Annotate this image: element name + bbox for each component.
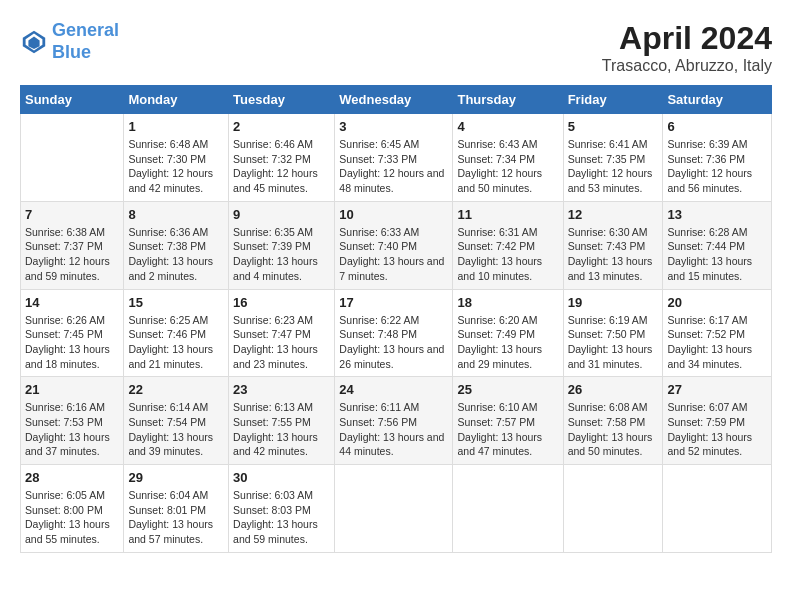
day-info: Sunrise: 6:31 AMSunset: 7:42 PMDaylight:… (457, 225, 558, 284)
day-info: Sunrise: 6:41 AMSunset: 7:35 PMDaylight:… (568, 137, 659, 196)
day-number: 16 (233, 295, 330, 310)
week-row-5: 28Sunrise: 6:05 AMSunset: 8:00 PMDayligh… (21, 465, 772, 553)
header-sunday: Sunday (21, 86, 124, 114)
day-cell: 1Sunrise: 6:48 AMSunset: 7:30 PMDaylight… (124, 114, 229, 202)
day-cell: 30Sunrise: 6:03 AMSunset: 8:03 PMDayligh… (229, 465, 335, 553)
day-cell: 15Sunrise: 6:25 AMSunset: 7:46 PMDayligh… (124, 289, 229, 377)
day-cell: 26Sunrise: 6:08 AMSunset: 7:58 PMDayligh… (563, 377, 663, 465)
day-cell: 10Sunrise: 6:33 AMSunset: 7:40 PMDayligh… (335, 201, 453, 289)
day-cell: 27Sunrise: 6:07 AMSunset: 7:59 PMDayligh… (663, 377, 772, 465)
day-number: 1 (128, 119, 224, 134)
day-info: Sunrise: 6:13 AMSunset: 7:55 PMDaylight:… (233, 400, 330, 459)
day-number: 10 (339, 207, 448, 222)
day-number: 9 (233, 207, 330, 222)
day-info: Sunrise: 6:16 AMSunset: 7:53 PMDaylight:… (25, 400, 119, 459)
day-cell: 23Sunrise: 6:13 AMSunset: 7:55 PMDayligh… (229, 377, 335, 465)
day-cell: 24Sunrise: 6:11 AMSunset: 7:56 PMDayligh… (335, 377, 453, 465)
day-cell: 3Sunrise: 6:45 AMSunset: 7:33 PMDaylight… (335, 114, 453, 202)
week-row-4: 21Sunrise: 6:16 AMSunset: 7:53 PMDayligh… (21, 377, 772, 465)
day-cell: 6Sunrise: 6:39 AMSunset: 7:36 PMDaylight… (663, 114, 772, 202)
day-cell: 8Sunrise: 6:36 AMSunset: 7:38 PMDaylight… (124, 201, 229, 289)
day-number: 22 (128, 382, 224, 397)
day-info: Sunrise: 6:20 AMSunset: 7:49 PMDaylight:… (457, 313, 558, 372)
day-cell: 21Sunrise: 6:16 AMSunset: 7:53 PMDayligh… (21, 377, 124, 465)
day-info: Sunrise: 6:39 AMSunset: 7:36 PMDaylight:… (667, 137, 767, 196)
day-cell: 19Sunrise: 6:19 AMSunset: 7:50 PMDayligh… (563, 289, 663, 377)
day-cell: 17Sunrise: 6:22 AMSunset: 7:48 PMDayligh… (335, 289, 453, 377)
day-cell: 4Sunrise: 6:43 AMSunset: 7:34 PMDaylight… (453, 114, 563, 202)
day-info: Sunrise: 6:30 AMSunset: 7:43 PMDaylight:… (568, 225, 659, 284)
day-info: Sunrise: 6:36 AMSunset: 7:38 PMDaylight:… (128, 225, 224, 284)
logo: General Blue (20, 20, 119, 63)
day-cell (453, 465, 563, 553)
day-info: Sunrise: 6:35 AMSunset: 7:39 PMDaylight:… (233, 225, 330, 284)
day-info: Sunrise: 6:45 AMSunset: 7:33 PMDaylight:… (339, 137, 448, 196)
day-info: Sunrise: 6:48 AMSunset: 7:30 PMDaylight:… (128, 137, 224, 196)
day-number: 6 (667, 119, 767, 134)
day-cell: 28Sunrise: 6:05 AMSunset: 8:00 PMDayligh… (21, 465, 124, 553)
day-info: Sunrise: 6:43 AMSunset: 7:34 PMDaylight:… (457, 137, 558, 196)
day-number: 27 (667, 382, 767, 397)
header-row: SundayMondayTuesdayWednesdayThursdayFrid… (21, 86, 772, 114)
day-info: Sunrise: 6:10 AMSunset: 7:57 PMDaylight:… (457, 400, 558, 459)
day-number: 8 (128, 207, 224, 222)
logo-text: General Blue (52, 20, 119, 63)
day-number: 30 (233, 470, 330, 485)
day-info: Sunrise: 6:38 AMSunset: 7:37 PMDaylight:… (25, 225, 119, 284)
day-cell (563, 465, 663, 553)
day-cell: 18Sunrise: 6:20 AMSunset: 7:49 PMDayligh… (453, 289, 563, 377)
day-number: 2 (233, 119, 330, 134)
day-number: 25 (457, 382, 558, 397)
day-number: 28 (25, 470, 119, 485)
header-saturday: Saturday (663, 86, 772, 114)
title-area: April 2024 Trasacco, Abruzzo, Italy (602, 20, 772, 75)
week-row-1: 1Sunrise: 6:48 AMSunset: 7:30 PMDaylight… (21, 114, 772, 202)
day-info: Sunrise: 6:14 AMSunset: 7:54 PMDaylight:… (128, 400, 224, 459)
day-number: 20 (667, 295, 767, 310)
day-number: 29 (128, 470, 224, 485)
day-cell: 5Sunrise: 6:41 AMSunset: 7:35 PMDaylight… (563, 114, 663, 202)
day-cell: 7Sunrise: 6:38 AMSunset: 7:37 PMDaylight… (21, 201, 124, 289)
day-info: Sunrise: 6:08 AMSunset: 7:58 PMDaylight:… (568, 400, 659, 459)
day-number: 3 (339, 119, 448, 134)
day-info: Sunrise: 6:46 AMSunset: 7:32 PMDaylight:… (233, 137, 330, 196)
day-number: 14 (25, 295, 119, 310)
day-number: 5 (568, 119, 659, 134)
day-number: 19 (568, 295, 659, 310)
header-wednesday: Wednesday (335, 86, 453, 114)
day-cell: 11Sunrise: 6:31 AMSunset: 7:42 PMDayligh… (453, 201, 563, 289)
day-cell: 20Sunrise: 6:17 AMSunset: 7:52 PMDayligh… (663, 289, 772, 377)
day-number: 4 (457, 119, 558, 134)
day-number: 24 (339, 382, 448, 397)
day-number: 11 (457, 207, 558, 222)
week-row-3: 14Sunrise: 6:26 AMSunset: 7:45 PMDayligh… (21, 289, 772, 377)
page-header: General Blue April 2024 Trasacco, Abruzz… (20, 20, 772, 75)
header-tuesday: Tuesday (229, 86, 335, 114)
logo-icon (20, 28, 48, 56)
day-info: Sunrise: 6:04 AMSunset: 8:01 PMDaylight:… (128, 488, 224, 547)
header-friday: Friday (563, 86, 663, 114)
day-cell (21, 114, 124, 202)
day-cell (335, 465, 453, 553)
day-number: 26 (568, 382, 659, 397)
day-cell: 25Sunrise: 6:10 AMSunset: 7:57 PMDayligh… (453, 377, 563, 465)
header-monday: Monday (124, 86, 229, 114)
day-number: 23 (233, 382, 330, 397)
subtitle: Trasacco, Abruzzo, Italy (602, 57, 772, 75)
day-info: Sunrise: 6:22 AMSunset: 7:48 PMDaylight:… (339, 313, 448, 372)
day-info: Sunrise: 6:03 AMSunset: 8:03 PMDaylight:… (233, 488, 330, 547)
day-info: Sunrise: 6:11 AMSunset: 7:56 PMDaylight:… (339, 400, 448, 459)
day-info: Sunrise: 6:28 AMSunset: 7:44 PMDaylight:… (667, 225, 767, 284)
day-cell: 16Sunrise: 6:23 AMSunset: 7:47 PMDayligh… (229, 289, 335, 377)
day-cell (663, 465, 772, 553)
day-info: Sunrise: 6:17 AMSunset: 7:52 PMDaylight:… (667, 313, 767, 372)
day-cell: 29Sunrise: 6:04 AMSunset: 8:01 PMDayligh… (124, 465, 229, 553)
day-number: 17 (339, 295, 448, 310)
day-cell: 2Sunrise: 6:46 AMSunset: 7:32 PMDaylight… (229, 114, 335, 202)
day-info: Sunrise: 6:19 AMSunset: 7:50 PMDaylight:… (568, 313, 659, 372)
day-cell: 9Sunrise: 6:35 AMSunset: 7:39 PMDaylight… (229, 201, 335, 289)
day-info: Sunrise: 6:23 AMSunset: 7:47 PMDaylight:… (233, 313, 330, 372)
day-number: 15 (128, 295, 224, 310)
day-number: 18 (457, 295, 558, 310)
day-number: 7 (25, 207, 119, 222)
